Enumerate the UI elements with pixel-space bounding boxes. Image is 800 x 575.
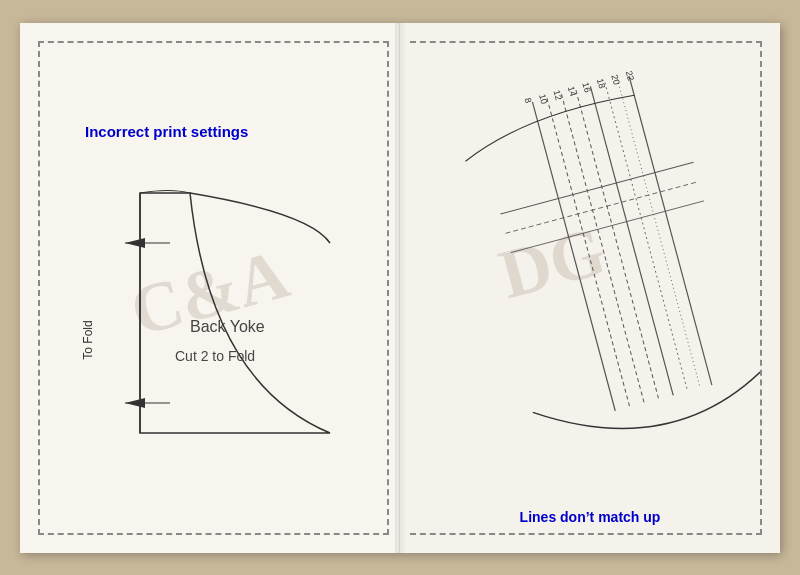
to-fold-label: To Fold [81, 320, 95, 359]
svg-line-8 [576, 90, 659, 399]
cut-to-fold-text: Cut 2 to Fold [175, 348, 255, 364]
svg-line-13 [500, 162, 693, 214]
lines-match-label: Lines don’t match up [520, 509, 661, 525]
svg-text:22: 22 [624, 69, 636, 81]
book-spread: Incorrect print settings C&A To Fold Bac… [20, 23, 780, 553]
incorrect-print-label: Incorrect print settings [85, 123, 248, 140]
page-right: DG 8 10 12 [400, 23, 780, 553]
svg-text:10: 10 [537, 92, 549, 104]
svg-text:12: 12 [551, 89, 563, 101]
svg-line-7 [561, 94, 644, 403]
pattern-piece-right: 8 10 12 14 16 18 20 22 [420, 53, 760, 503]
svg-line-12 [629, 76, 712, 385]
spine [395, 23, 405, 553]
svg-line-14 [506, 181, 699, 233]
svg-line-9 [590, 86, 673, 395]
svg-text:20: 20 [609, 73, 621, 85]
svg-text:14: 14 [566, 85, 578, 97]
page-left: Incorrect print settings C&A To Fold Bac… [20, 23, 400, 553]
svg-text:8: 8 [522, 96, 533, 103]
svg-text:16: 16 [580, 81, 592, 93]
back-yoke-text: Back Yoke [190, 318, 265, 336]
svg-line-5 [532, 101, 615, 410]
svg-text:18: 18 [595, 77, 607, 89]
svg-line-10 [605, 82, 688, 391]
svg-line-6 [547, 98, 630, 407]
